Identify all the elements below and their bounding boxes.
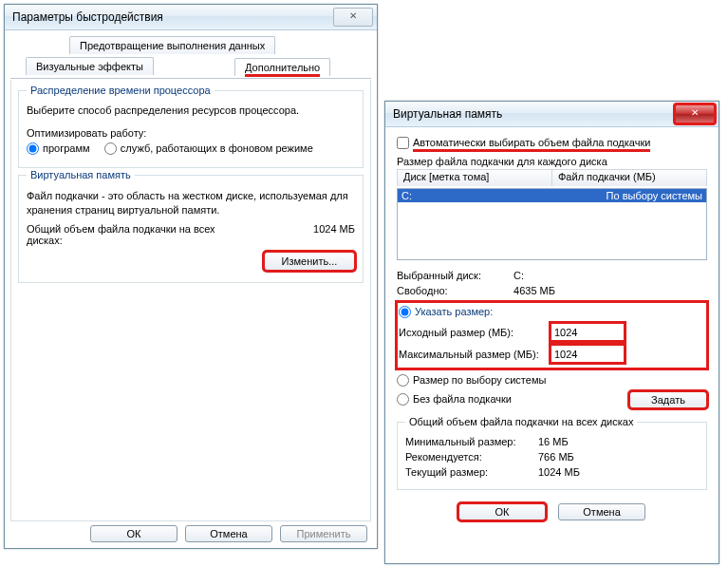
radio-system-label: Размер по выбору системы	[413, 374, 546, 386]
drive-pagefile: По выбору системы	[607, 190, 702, 201]
optimize-label: Оптимизировать работу:	[27, 127, 355, 139]
custom-size-block: Указать размер: Исходный размер (МБ): Ма…	[397, 302, 707, 369]
radio-services[interactable]: служб, работающих в фоновом режиме	[104, 142, 313, 154]
current-size-value: 1024 МБ	[538, 466, 580, 478]
group-legend: Распределение времени процессора	[27, 85, 215, 96]
apply-button[interactable]: Применить	[280, 525, 367, 542]
current-size-label: Текущий размер:	[405, 466, 538, 478]
vm-total-label: Общий объем файла подкачки на всех диска…	[27, 223, 245, 246]
checkbox-auto-label: Автоматически выбирать объем файла подка…	[413, 137, 650, 152]
max-size-input[interactable]	[551, 345, 625, 363]
initial-size-label: Исходный размер (МБ):	[399, 327, 551, 338]
free-space-label: Свободно:	[397, 285, 511, 296]
dialog-buttons: ОК Отмена	[397, 503, 707, 520]
group-virtual-memory: Виртуальная память Файл подкачки - это о…	[18, 175, 364, 283]
close-icon: ✕	[691, 107, 699, 118]
radio-system-managed[interactable]: Размер по выбору системы	[397, 374, 546, 386]
scheduling-desc: Выберите способ распределения ресурсов п…	[27, 104, 355, 116]
drive-letter: C:	[401, 190, 412, 201]
group-legend-vm: Виртуальная память	[27, 169, 135, 180]
checkbox-auto-manage[interactable]: Автоматически выбирать объем файла подка…	[397, 137, 707, 150]
initial-size-input[interactable]	[551, 323, 625, 341]
cancel-button[interactable]: Отмена	[185, 525, 272, 542]
performance-options-window: Параметры быстродействия ✕ Предотвращени…	[4, 4, 378, 549]
tab-strip: Предотвращение выполнения данных Визуаль…	[10, 36, 371, 80]
virtual-memory-window: Виртуальная память ✕ Автоматически выбир…	[384, 101, 719, 564]
ok-button[interactable]: ОК	[90, 525, 177, 542]
col-pagefile: Файл подкачки (МБ)	[552, 170, 662, 186]
vm-dialog-body: Автоматически выбирать объем файла подка…	[385, 127, 719, 562]
drive-list[interactable]: C: По выбору системы	[397, 188, 707, 260]
tab-panel-advanced: Распределение времени процессора Выберит…	[10, 80, 371, 521]
drive-list-header: Диск [метка тома]Файл подкачки (МБ)	[397, 169, 707, 186]
set-button[interactable]: Задать	[629, 391, 707, 408]
tab-visual-effects[interactable]: Визуальные эффекты	[26, 57, 154, 75]
min-size-value: 16 МБ	[538, 436, 569, 447]
change-button[interactable]: Изменить...	[264, 252, 355, 271]
window-title: Параметры быстродействия	[12, 10, 163, 24]
radio-programs[interactable]: программ	[27, 142, 90, 154]
selected-drive-label: Выбранный диск:	[397, 270, 511, 281]
window-title: Виртуальная память	[393, 107, 502, 121]
radio-custom-label: Указать размер:	[415, 306, 493, 317]
drive-row-selected[interactable]: C: По выбору системы	[398, 189, 706, 202]
min-size-label: Минимальный размер:	[405, 436, 538, 447]
recommended-label: Рекомендуется:	[405, 451, 538, 463]
col-drive: Диск [метка тома]	[398, 170, 552, 186]
totals-legend: Общий объем файла подкачки на всех диска…	[405, 416, 637, 427]
dialog-buttons: ОК Отмена Применить	[90, 525, 367, 542]
cancel-button[interactable]: Отмена	[558, 503, 645, 520]
per-drive-label: Размер файла подкачки для каждого диска	[397, 156, 707, 167]
close-button[interactable]: ✕	[675, 104, 715, 123]
max-size-label: Максимальный размер (МБ):	[399, 349, 551, 360]
radio-programs-label: программ	[43, 142, 90, 154]
radio-services-label: служб, работающих в фоновом режиме	[121, 142, 313, 154]
titlebar: Параметры быстродействия ✕	[5, 5, 377, 30]
titlebar: Виртуальная память ✕	[385, 102, 719, 127]
selected-drive-value: C:	[513, 270, 524, 281]
close-button[interactable]: ✕	[333, 8, 373, 27]
group-processor-scheduling: Распределение времени процессора Выберит…	[18, 90, 364, 168]
radio-custom-size[interactable]: Указать размер:	[399, 306, 493, 317]
free-space-value: 4635 МБ	[513, 285, 555, 296]
tab-dep[interactable]: Предотвращение выполнения данных	[69, 36, 275, 54]
radio-no-pagefile[interactable]: Без файла подкачки	[397, 393, 512, 406]
close-icon: ✕	[349, 10, 357, 21]
group-totals: Общий объем файла подкачки на всех диска…	[397, 422, 707, 490]
vm-total-value: 1024 МБ	[313, 223, 355, 246]
tab-advanced-label: Дополнительно	[245, 62, 320, 77]
radio-none-label: Без файла подкачки	[413, 393, 512, 405]
recommended-value: 766 МБ	[538, 451, 574, 463]
vm-desc: Файл подкачки - это область на жестком д…	[27, 189, 355, 217]
tab-advanced[interactable]: Дополнительно	[234, 58, 330, 76]
ok-button[interactable]: ОК	[458, 503, 546, 520]
